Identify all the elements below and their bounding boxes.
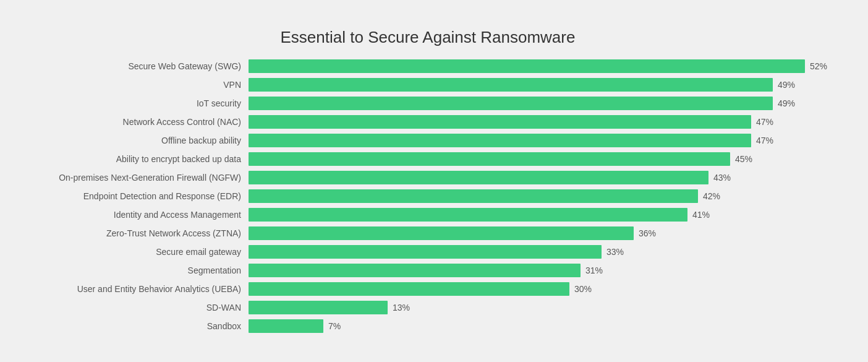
bar-fill [249,134,751,147]
bar-label: Ability to encrypt backed up data [14,154,249,164]
bar-row: IoT security49% [14,95,842,111]
bar-value: 49% [778,80,795,90]
bar-label: IoT security [14,98,249,108]
bar-row: On-premises Next-Generation Firewall (NG… [14,170,842,186]
bar-row: VPN49% [14,77,842,93]
bar-label: Identity and Access Management [14,210,249,220]
bar-row: Ability to encrypt backed up data45% [14,151,842,167]
bar-track: 7% [249,319,842,333]
bar-label: Segmentation [14,265,249,275]
bar-label: Secure Web Gateway (SWG) [14,61,249,71]
bar-value: 41% [692,210,710,220]
bar-label: VPN [14,80,249,90]
bar-track: 41% [249,208,842,222]
bar-label: Sandbox [14,321,249,331]
bar-row: User and Entity Behavior Analytics (UEBA… [14,281,842,297]
bar-label: Zero-Trust Network Access (ZTNA) [14,228,249,238]
bar-track: 49% [249,78,842,92]
bar-label: Secure email gateway [14,247,249,257]
bar-row: Zero-Trust Network Access (ZTNA)36% [14,225,842,241]
bar-value: 42% [703,191,720,201]
bar-label: Endpoint Detection and Response (EDR) [14,191,249,201]
bar-track: 30% [249,282,842,296]
bar-row: Network Access Control (NAC)47% [14,114,842,130]
bar-fill [249,301,388,314]
bar-track: 45% [249,152,842,166]
bar-row: Endpoint Detection and Response (EDR)42% [14,188,842,204]
bar-row: Identity and Access Management41% [14,207,842,223]
chart-body: Secure Web Gateway (SWG)52%VPN49%IoT sec… [14,58,842,334]
bar-fill [249,319,323,333]
bar-track: 47% [249,115,842,129]
bar-value: 47% [756,117,773,127]
bar-value: 30% [574,284,592,294]
chart-title: Essential to Secure Against Ransomware [14,28,842,47]
bar-value: 43% [713,173,731,183]
bar-fill [249,97,773,110]
bar-value: 13% [393,303,410,312]
bar-fill [249,282,569,296]
bar-value: 47% [756,136,773,145]
bar-row: Sandbox7% [14,318,842,334]
bar-track: 13% [249,301,842,314]
bar-fill [249,189,698,203]
bar-fill [249,78,773,92]
bar-fill [249,152,730,166]
bar-track: 31% [249,264,842,277]
bar-value: 7% [328,321,341,331]
bar-value: 49% [778,98,795,108]
bar-track: 52% [249,59,842,73]
bar-fill [249,226,634,240]
bar-label: Network Access Control (NAC) [14,117,249,127]
bar-fill [249,264,581,277]
bar-fill [249,59,805,73]
bar-label: User and Entity Behavior Analytics (UEBA… [14,284,249,294]
bar-label: Offline backup ability [14,136,249,145]
bar-track: 42% [249,189,842,203]
bar-fill [249,245,602,259]
bar-track: 33% [249,245,842,259]
bar-label: SD-WAN [14,303,249,312]
chart-container: Essential to Secure Against Ransomware S… [7,15,861,347]
bar-value: 33% [606,247,624,257]
bar-track: 36% [249,226,842,240]
bar-row: SD-WAN13% [14,300,842,316]
bar-row: Secure Web Gateway (SWG)52% [14,58,842,74]
bar-label: On-premises Next-Generation Firewall (NG… [14,173,249,183]
bar-track: 49% [249,97,842,110]
bar-row: Offline backup ability47% [14,132,842,149]
bar-track: 47% [249,134,842,147]
bar-row: Secure email gateway33% [14,244,842,260]
bar-track: 43% [249,171,842,184]
bar-value: 52% [810,61,827,71]
bar-value: 45% [735,154,752,164]
bar-value: 31% [585,265,603,275]
bar-fill [249,115,751,129]
bar-row: Segmentation31% [14,262,842,278]
bar-fill [249,171,708,184]
bar-value: 36% [639,228,656,238]
bar-fill [249,208,687,222]
